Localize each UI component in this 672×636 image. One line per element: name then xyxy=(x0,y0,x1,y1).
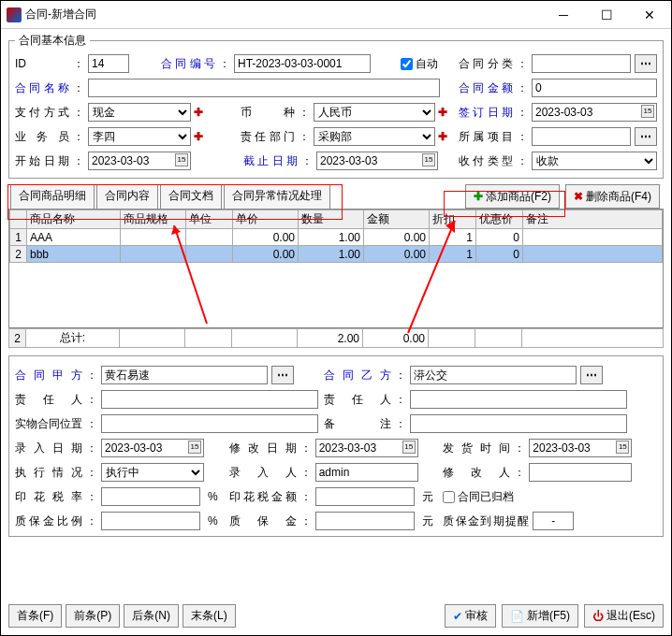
category-lookup-button[interactable]: ⋯ xyxy=(635,54,657,73)
retention-remind-input[interactable] xyxy=(533,512,574,530)
stamp-rate-input[interactable] xyxy=(101,487,200,506)
dept-label: 责任部门 xyxy=(241,129,295,145)
maximize-button[interactable]: ☐ xyxy=(585,1,628,29)
entered-by-input[interactable] xyxy=(315,463,418,482)
modified-by-input[interactable] xyxy=(529,463,632,482)
party-b-input[interactable] xyxy=(410,366,577,384)
add-goods-button[interactable]: ✚添加商品(F2) xyxy=(465,184,560,209)
start-date-label: 开始日期 xyxy=(15,153,69,169)
prev-button[interactable]: 前条(P) xyxy=(66,604,120,628)
tab-goods[interactable]: 合同商品明细 xyxy=(10,184,95,209)
exit-button[interactable]: ⏻退出(Esc) xyxy=(584,604,664,628)
retention-remind-label: 质保金到期提醒 xyxy=(443,513,529,529)
grid-totals: 2 总计: 2.00 0.00 xyxy=(8,328,664,348)
minimize-button[interactable]: ─ xyxy=(542,1,585,29)
salesman-select[interactable]: 李四 xyxy=(88,127,191,146)
contract-name-label: 合同名称 xyxy=(15,80,69,96)
tab-exception[interactable]: 合同异常情况处理 xyxy=(224,184,330,209)
calendar-icon[interactable]: 15 xyxy=(175,153,188,166)
contract-no-input[interactable] xyxy=(234,54,371,73)
sign-date-input[interactable] xyxy=(532,103,657,122)
dept-select[interactable]: 采购部 xyxy=(314,127,435,146)
category-input[interactable] xyxy=(532,54,631,73)
table-row[interactable]: 2bbb 0.001.00 0.001 0 xyxy=(10,246,663,263)
resp-a-input[interactable] xyxy=(101,390,318,409)
basic-info-group: 合同基本信息 ID： 合同编号： 自动 合同分类： ⋯ 合同名称： 合同金额： … xyxy=(8,33,664,179)
category-label: 合同分类 xyxy=(459,56,513,72)
ship-date-label: 发货时间 xyxy=(443,441,510,456)
plus-icon: ✚ xyxy=(474,190,483,203)
currency-select[interactable]: 人民币 xyxy=(314,103,435,122)
entered-by-label: 录 入 人 xyxy=(229,465,297,481)
audit-button[interactable]: ✔审核 xyxy=(445,604,496,628)
first-button[interactable]: 首条(F) xyxy=(8,604,62,628)
end-date-label: 截止日期 xyxy=(243,153,298,169)
contract-no-label: 合同编号 xyxy=(161,56,215,72)
grid-header: 商品名称商品规格 单位单价 数量金额 折扣优惠价 备注 xyxy=(10,210,663,229)
del-goods-button[interactable]: ✖删除商品(F4) xyxy=(565,184,660,209)
id-label: ID xyxy=(15,57,69,70)
retention-rate-label: 质保金比例 xyxy=(15,513,82,529)
resp-b-input[interactable] xyxy=(410,390,627,409)
calendar-icon[interactable]: 15 xyxy=(188,441,201,454)
party-a-input[interactable] xyxy=(101,366,268,384)
pay-method-label: 支付方式 xyxy=(15,105,69,121)
x-icon: ✖ xyxy=(574,190,583,203)
remark-label: 备 注 xyxy=(324,416,391,432)
stamp-rate-label: 印花税率 xyxy=(15,489,82,505)
pay-method-select[interactable]: 现金 xyxy=(88,103,191,122)
project-input[interactable] xyxy=(532,127,631,146)
party-a-lookup[interactable]: ⋯ xyxy=(271,366,294,384)
paytype-select[interactable]: 收款 xyxy=(532,152,657,170)
table-row[interactable]: 1AAA 0.001.00 0.001 0 xyxy=(10,229,663,246)
exec-status-select[interactable]: 执行中 xyxy=(101,463,204,482)
project-label: 所属项目 xyxy=(459,129,513,145)
retention-amount-input[interactable] xyxy=(315,512,415,530)
remark-input[interactable] xyxy=(410,414,627,433)
exit-icon: ⏻ xyxy=(592,610,604,623)
plus-icon[interactable]: ✚ xyxy=(192,106,205,119)
calendar-icon[interactable]: 15 xyxy=(641,105,654,118)
check-icon: ✔ xyxy=(453,610,462,623)
amount-input[interactable] xyxy=(532,79,657,97)
exec-status-label: 执行情况 xyxy=(15,465,82,481)
calendar-icon[interactable]: 15 xyxy=(402,441,416,454)
stamp-amount-label: 印花税金额 xyxy=(229,489,297,505)
retention-rate-input[interactable] xyxy=(101,512,200,530)
phys-loc-input[interactable] xyxy=(101,414,318,433)
plus-icon[interactable]: ✚ xyxy=(436,130,449,143)
party-b-lookup[interactable]: ⋯ xyxy=(580,366,603,384)
resp-b-label: 责 任 人 xyxy=(324,392,391,408)
new-button[interactable]: 📄新增(F5) xyxy=(502,604,578,628)
party-b-label: 合同乙方 xyxy=(324,368,391,383)
calendar-icon[interactable]: 15 xyxy=(422,153,435,166)
phys-loc-label: 实物合同位置 xyxy=(15,416,82,432)
sign-date-label: 签订日期 xyxy=(459,105,513,121)
paytype-label: 收付类型 xyxy=(459,153,513,169)
plus-icon[interactable]: ✚ xyxy=(192,130,205,143)
entry-date-label: 录入日期 xyxy=(15,441,82,456)
id-input[interactable] xyxy=(88,54,129,73)
file-icon: 📄 xyxy=(510,610,524,623)
calendar-icon[interactable]: 15 xyxy=(616,441,629,454)
tab-content[interactable]: 合同内容 xyxy=(96,184,158,209)
currency-label: 币 种 xyxy=(241,105,295,121)
bottom-info: 合同甲方： ⋯ 合同乙方： ⋯ 责 任 人： 责 任 人： 实物合同位置： 备 … xyxy=(8,355,664,537)
archived-checkbox[interactable] xyxy=(443,491,455,503)
project-lookup-button[interactable]: ⋯ xyxy=(635,127,657,146)
window-title: 合同-新增合同 xyxy=(25,7,96,22)
mod-date-label: 修改日期 xyxy=(229,441,297,456)
close-button[interactable]: ✕ xyxy=(628,1,671,29)
contract-name-input[interactable] xyxy=(88,79,440,97)
plus-icon[interactable]: ✚ xyxy=(436,106,449,119)
titlebar: 合同-新增合同 ─ ☐ ✕ xyxy=(1,1,671,29)
goods-grid[interactable]: 商品名称商品规格 单位单价 数量金额 折扣优惠价 备注 1AAA 0.001.0… xyxy=(8,209,664,328)
tab-docs[interactable]: 合同文档 xyxy=(160,184,222,209)
end-date-input[interactable] xyxy=(316,152,438,170)
last-button[interactable]: 末条(L) xyxy=(183,604,236,628)
basic-info-legend: 合同基本信息 xyxy=(15,33,90,49)
auto-checkbox[interactable] xyxy=(401,58,413,70)
stamp-amount-input[interactable] xyxy=(315,487,415,506)
next-button[interactable]: 后条(N) xyxy=(124,604,179,628)
resp-a-label: 责 任 人 xyxy=(15,392,82,408)
